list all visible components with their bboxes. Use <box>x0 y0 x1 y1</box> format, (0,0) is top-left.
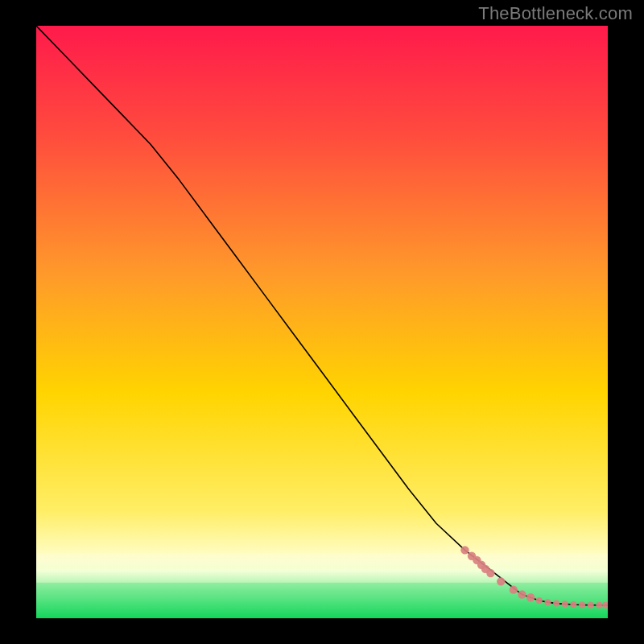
svg-point-20 <box>596 602 602 609</box>
chart-plot <box>36 26 608 618</box>
svg-point-15 <box>553 601 559 607</box>
svg-point-18 <box>579 601 585 608</box>
svg-point-19 <box>588 602 594 609</box>
svg-point-11 <box>518 590 526 598</box>
svg-rect-2 <box>36 583 608 618</box>
svg-point-13 <box>536 597 543 604</box>
svg-point-3 <box>460 546 469 554</box>
svg-point-16 <box>562 601 568 607</box>
svg-point-17 <box>570 601 576 608</box>
svg-point-8 <box>486 569 494 577</box>
attribution-label: TheBottleneck.com <box>478 3 633 24</box>
svg-point-10 <box>510 585 518 593</box>
svg-rect-1 <box>36 553 608 565</box>
chart-frame: TheBottleneck.com <box>0 0 644 644</box>
chart-svg <box>36 26 608 618</box>
svg-point-12 <box>526 593 535 601</box>
svg-point-14 <box>544 599 551 605</box>
svg-point-9 <box>497 577 505 585</box>
